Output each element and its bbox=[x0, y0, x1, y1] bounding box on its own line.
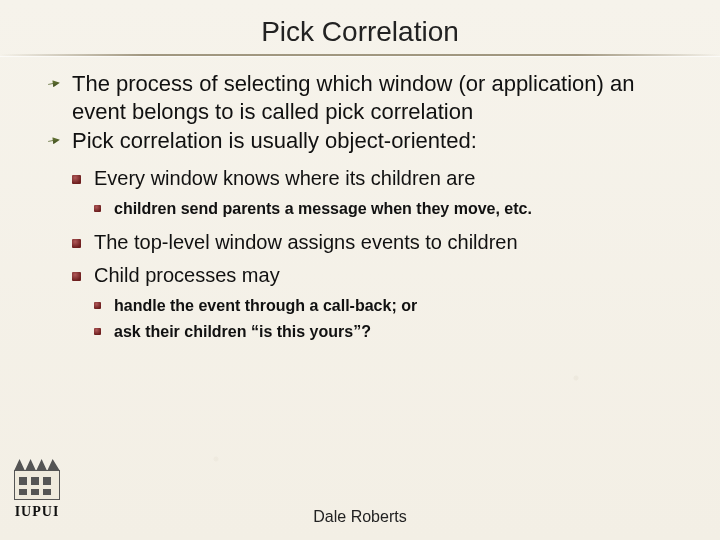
list-item: The top-level window assigns events to c… bbox=[72, 229, 682, 256]
slide-title: Pick Correlation bbox=[30, 12, 690, 54]
logo-windows bbox=[19, 477, 55, 495]
bullet-list-level-3: children send parents a message when the… bbox=[94, 198, 682, 220]
logo-graphic bbox=[14, 470, 60, 500]
bullet-list-level-1: The process of selecting which window (o… bbox=[48, 70, 682, 342]
footer-author: Dale Roberts bbox=[0, 508, 720, 526]
list-item: handle the event through a call-back; or bbox=[94, 295, 682, 317]
list-item-text: Pick correlation is usually object-orien… bbox=[72, 128, 477, 153]
list-item-text: Child processes may bbox=[94, 264, 280, 286]
bullet-list-level-3: handle the event through a call-back; or… bbox=[94, 295, 682, 342]
list-item: children send parents a message when the… bbox=[94, 198, 682, 220]
slide-content: The process of selecting which window (o… bbox=[30, 70, 690, 342]
list-item: The process of selecting which window (o… bbox=[48, 70, 682, 125]
list-item-text: Every window knows where its children ar… bbox=[94, 167, 475, 189]
bullet-list-level-2: Every window knows where its children ar… bbox=[72, 165, 682, 343]
list-item: Child processes may handle the event thr… bbox=[72, 262, 682, 342]
list-item: Pick correlation is usually object-orien… bbox=[48, 127, 682, 342]
list-item: ask their children “is this yours”? bbox=[94, 321, 682, 343]
slide: Pick Correlation The process of selectin… bbox=[0, 0, 720, 540]
title-underline bbox=[0, 54, 720, 56]
list-item: Every window knows where its children ar… bbox=[72, 165, 682, 220]
